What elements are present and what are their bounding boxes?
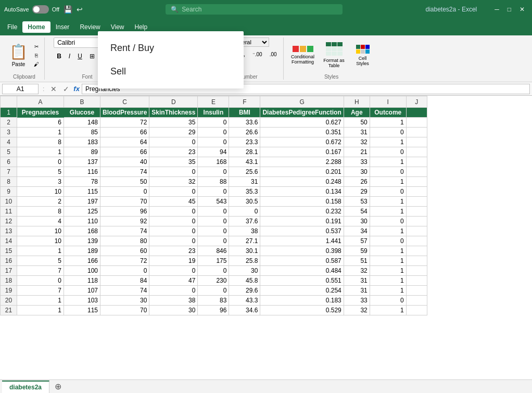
cell-E7[interactable]: 0 xyxy=(198,167,229,177)
cell-A19[interactable]: 7 xyxy=(17,286,64,296)
cell-j17[interactable] xyxy=(406,266,427,276)
cell-G14[interactable]: 1.441 xyxy=(260,236,344,246)
cell-D3[interactable]: 29 xyxy=(149,128,198,137)
cell-B15[interactable]: 189 xyxy=(64,246,100,256)
cell-G17[interactable]: 0.484 xyxy=(260,266,344,276)
cell-C7[interactable]: 74 xyxy=(100,167,149,177)
col-header-c[interactable]: C xyxy=(100,96,149,108)
col-header-j[interactable]: J xyxy=(406,96,427,108)
cell-G8[interactable]: 0.248 xyxy=(260,177,344,187)
cell-E21[interactable]: 96 xyxy=(198,306,229,315)
cell-C5[interactable]: 66 xyxy=(100,147,149,157)
cell-C20[interactable]: 30 xyxy=(100,296,149,306)
cell-G2[interactable]: 0.627 xyxy=(260,118,344,128)
cell-G4[interactable]: 0.672 xyxy=(260,137,344,147)
formula-fx-icon[interactable]: fx xyxy=(73,85,80,93)
cell-D13[interactable]: 0 xyxy=(149,226,198,236)
cell-F14[interactable]: 27.1 xyxy=(229,236,260,246)
cell-I12[interactable]: 0 xyxy=(370,217,406,226)
cell-G13[interactable]: 0.537 xyxy=(260,226,344,236)
cell-C13[interactable]: 74 xyxy=(100,226,149,236)
formula-cancel-button[interactable]: ✕ xyxy=(48,85,59,93)
cell-G21[interactable]: 0.529 xyxy=(260,306,344,315)
dropdown-item-rent-buy[interactable]: Rent / Buy xyxy=(98,36,244,60)
format-painter-button[interactable]: 🖌 xyxy=(32,60,41,68)
col-header-a[interactable]: A xyxy=(17,96,64,108)
cell-B8[interactable]: 78 xyxy=(64,177,100,187)
cell-C10[interactable]: 70 xyxy=(100,197,149,207)
cell-G7[interactable]: 0.201 xyxy=(260,167,344,177)
cell-H7[interactable]: 30 xyxy=(344,167,370,177)
cell-C17[interactable]: 0 xyxy=(100,266,149,276)
cell-j14[interactable] xyxy=(406,236,427,246)
cell-C8[interactable]: 50 xyxy=(100,177,149,187)
cell-H8[interactable]: 26 xyxy=(344,177,370,187)
font-name-input[interactable] xyxy=(54,37,100,48)
cell-E5[interactable]: 94 xyxy=(198,147,229,157)
undo-icon[interactable]: ↩ xyxy=(77,5,83,14)
cell-B5[interactable]: 89 xyxy=(64,147,100,157)
cell-g1[interactable]: DiabetesPedigreeFunction xyxy=(260,108,344,118)
cell-B17[interactable]: 100 xyxy=(64,266,100,276)
col-header-h[interactable]: H xyxy=(344,96,370,108)
cell-A20[interactable]: 1 xyxy=(17,296,64,306)
cell-E15[interactable]: 846 xyxy=(198,246,229,256)
cell-E9[interactable]: 0 xyxy=(198,187,229,197)
cell-G11[interactable]: 0.232 xyxy=(260,207,344,217)
cell-E8[interactable]: 88 xyxy=(198,177,229,187)
cell-F10[interactable]: 30.5 xyxy=(229,197,260,207)
cell-D17[interactable]: 0 xyxy=(149,266,198,276)
cell-E18[interactable]: 230 xyxy=(198,276,229,286)
cell-B14[interactable]: 139 xyxy=(64,236,100,246)
cell-F2[interactable]: 33.6 xyxy=(229,118,260,128)
cell-F12[interactable]: 37.6 xyxy=(229,217,260,226)
cell-B3[interactable]: 85 xyxy=(64,128,100,137)
cell-C9[interactable]: 0 xyxy=(100,187,149,197)
cell-C15[interactable]: 60 xyxy=(100,246,149,256)
cell-G18[interactable]: 0.551 xyxy=(260,276,344,286)
cell-F7[interactable]: 25.6 xyxy=(229,167,260,177)
cell-C16[interactable]: 72 xyxy=(100,256,149,266)
cell-I3[interactable]: 0 xyxy=(370,128,406,137)
cell-E3[interactable]: 0 xyxy=(198,128,229,137)
cell-F20[interactable]: 43.3 xyxy=(229,296,260,306)
cell-I9[interactable]: 0 xyxy=(370,187,406,197)
cell-A2[interactable]: 6 xyxy=(17,118,64,128)
cell-A16[interactable]: 5 xyxy=(17,256,64,266)
cell-j18[interactable] xyxy=(406,276,427,286)
cell-G19[interactable]: 0.254 xyxy=(260,286,344,296)
cell-H18[interactable]: 31 xyxy=(344,276,370,286)
menu-file[interactable]: File xyxy=(2,21,22,33)
add-sheet-button[interactable]: ⊕ xyxy=(49,379,67,393)
cell-E19[interactable]: 0 xyxy=(198,286,229,296)
cell-I2[interactable]: 1 xyxy=(370,118,406,128)
borders-button[interactable]: ⊞ xyxy=(86,51,98,61)
cell-j9[interactable] xyxy=(406,187,427,197)
cell-j10[interactable] xyxy=(406,197,427,207)
cell-e1[interactable]: Insulin xyxy=(198,108,229,118)
cell-D2[interactable]: 35 xyxy=(149,118,198,128)
cell-j5[interactable] xyxy=(406,147,427,157)
copy-button[interactable]: ⎘ xyxy=(32,52,41,59)
cell-C19[interactable]: 74 xyxy=(100,286,149,296)
cell-I11[interactable]: 1 xyxy=(370,207,406,217)
cell-A6[interactable]: 0 xyxy=(17,157,64,167)
cell-j13[interactable] xyxy=(406,226,427,236)
cell-D6[interactable]: 35 xyxy=(149,157,198,167)
menu-insert[interactable]: Inser xyxy=(50,21,75,33)
cell-C2[interactable]: 72 xyxy=(100,118,149,128)
cell-D5[interactable]: 23 xyxy=(149,147,198,157)
cell-D4[interactable]: 0 xyxy=(149,137,198,147)
cell-H12[interactable]: 30 xyxy=(344,217,370,226)
cell-I4[interactable]: 1 xyxy=(370,137,406,147)
cell-I5[interactable]: 0 xyxy=(370,147,406,157)
cell-E4[interactable]: 0 xyxy=(198,137,229,147)
cell-F9[interactable]: 35.3 xyxy=(229,187,260,197)
cell-F11[interactable]: 0 xyxy=(229,207,260,217)
format-as-table-button[interactable]: Format as Table xyxy=(320,41,348,69)
cell-H14[interactable]: 57 xyxy=(344,236,370,246)
cell-B12[interactable]: 110 xyxy=(64,217,100,226)
cell-D18[interactable]: 47 xyxy=(149,276,198,286)
cell-B20[interactable]: 103 xyxy=(64,296,100,306)
cell-G20[interactable]: 0.183 xyxy=(260,296,344,306)
